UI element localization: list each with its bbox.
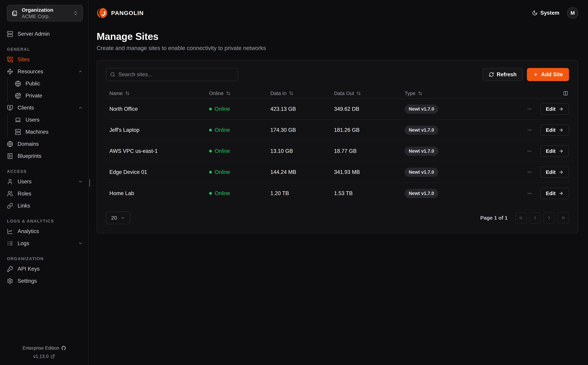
search-input[interactable] bbox=[106, 68, 238, 81]
table-row: North Office Online 423.13 GB 349.62 DB … bbox=[106, 99, 569, 120]
sidebar-item-blueprints[interactable]: Blueprints bbox=[7, 150, 83, 162]
theme-toggle-label: System bbox=[540, 10, 559, 16]
avatar-initial: M bbox=[571, 10, 575, 16]
sidebar-scrollbar-thumb[interactable] bbox=[89, 179, 90, 187]
sidebar-item-clients[interactable]: Clients bbox=[7, 102, 83, 114]
edition-line[interactable]: Enterprise Edition bbox=[0, 344, 88, 352]
sidebar-item-label: Domains bbox=[18, 141, 39, 147]
sidebar-item-label: Private bbox=[26, 93, 42, 99]
row-actions: Edit bbox=[526, 124, 569, 136]
sidebar-item-roles[interactable]: Roles bbox=[7, 188, 83, 200]
sort-icon bbox=[289, 91, 294, 96]
row-actions: Edit bbox=[526, 167, 569, 178]
sidebar-item-label: Machines bbox=[26, 129, 49, 135]
row-menu-button[interactable] bbox=[526, 168, 533, 176]
row-menu-button[interactable] bbox=[526, 105, 533, 113]
type-badge: Newt v1.7.0 bbox=[405, 126, 438, 135]
row-actions: Edit bbox=[526, 103, 569, 115]
page-size-value: 20 bbox=[111, 215, 117, 221]
theme-toggle[interactable]: System bbox=[532, 10, 559, 16]
table-body: North Office Online 423.13 GB 349.62 DB … bbox=[106, 99, 569, 204]
site-data-in: 174.30 GB bbox=[270, 127, 334, 133]
row-menu-button[interactable] bbox=[526, 126, 533, 134]
sidebar-item-analytics[interactable]: Analytics bbox=[7, 225, 83, 237]
edit-label: Edit bbox=[546, 148, 556, 154]
row-menu-button[interactable] bbox=[526, 190, 533, 197]
sidebar-item-sites[interactable]: Sites bbox=[7, 54, 83, 66]
column-header-data-out[interactable]: Data Out bbox=[334, 91, 405, 96]
search-icon bbox=[110, 72, 115, 77]
user-icon bbox=[7, 179, 13, 185]
moon-icon bbox=[532, 10, 538, 16]
type-badge: Newt v1.7.0 bbox=[405, 189, 438, 198]
status-label: Online bbox=[215, 169, 230, 175]
sidebar-item-client-users[interactable]: Users bbox=[15, 114, 83, 126]
section-title-access: ACCESS bbox=[7, 167, 83, 175]
sort-icon bbox=[357, 91, 361, 96]
site-status: Online bbox=[209, 148, 270, 154]
version-line[interactable]: v1.13.0 bbox=[0, 352, 88, 360]
first-page-button[interactable] bbox=[515, 212, 527, 224]
site-type: Newt v1.7.0 bbox=[405, 105, 526, 114]
status-label: Online bbox=[215, 148, 230, 154]
type-badge: Newt v1.7.0 bbox=[405, 168, 438, 177]
columns-toggle-button[interactable] bbox=[562, 90, 569, 97]
sidebar-item-server-admin[interactable]: Server Admin bbox=[7, 28, 83, 40]
site-type: Newt v1.7.0 bbox=[405, 168, 526, 177]
arrow-right-icon bbox=[559, 149, 563, 154]
sidebar-item-label: Blueprints bbox=[18, 153, 42, 159]
last-page-button[interactable] bbox=[558, 212, 569, 224]
arrow-right-icon bbox=[559, 107, 563, 112]
sidebar-item-public[interactable]: Public bbox=[15, 78, 83, 90]
sidebar-item-label: Clients bbox=[18, 105, 34, 111]
page-info: Page 1 of 1 bbox=[480, 215, 508, 221]
sidebar-footer: Enterprise Edition v1.13.0 bbox=[0, 344, 88, 360]
sidebar-item-settings[interactable]: Settings bbox=[7, 275, 83, 287]
next-page-button[interactable] bbox=[544, 212, 555, 224]
avatar[interactable]: M bbox=[567, 7, 578, 19]
ellipsis-icon bbox=[527, 128, 532, 133]
table-row: AWS VPC us-east-1 Online 13.10 GB 18.77 … bbox=[106, 141, 569, 162]
globe-lock-icon bbox=[15, 93, 21, 99]
sidebar-item-links[interactable]: Links bbox=[7, 200, 83, 212]
prev-page-button[interactable] bbox=[529, 212, 541, 224]
page-size-select[interactable]: 20 bbox=[106, 211, 130, 224]
refresh-button[interactable]: Refresh bbox=[483, 68, 523, 81]
gear-icon bbox=[7, 278, 13, 284]
sidebar-item-private[interactable]: Private bbox=[15, 90, 83, 102]
chevron-down-icon bbox=[78, 179, 83, 184]
sidebar-item-logs[interactable]: Logs bbox=[7, 237, 83, 249]
sidebar-item-label: Sites bbox=[18, 56, 29, 63]
ellipsis-icon bbox=[527, 191, 532, 196]
column-header-name[interactable]: Name bbox=[106, 91, 209, 96]
sidebar-item-label: Server Admin bbox=[18, 31, 50, 37]
sidebar-item-domains[interactable]: Domains bbox=[7, 138, 83, 150]
sort-icon bbox=[226, 91, 231, 96]
org-switcher[interactable]: Organization ACME Corp. bbox=[7, 5, 83, 21]
sidebar-item-label: Settings bbox=[18, 278, 37, 284]
brand[interactable]: PANGOLIN bbox=[97, 7, 144, 18]
edit-button[interactable]: Edit bbox=[540, 167, 569, 178]
table-row: Jeff's Laptop Online 174.30 GB 181.26 GB… bbox=[106, 120, 569, 141]
globe-icon bbox=[15, 81, 21, 87]
add-site-button[interactable]: Add Site bbox=[527, 68, 569, 81]
chevron-right-icon bbox=[546, 215, 552, 220]
column-header-type[interactable]: Type bbox=[405, 91, 562, 96]
logs-icon bbox=[7, 240, 13, 246]
sidebar-item-users[interactable]: Users bbox=[7, 175, 83, 188]
column-header-data-in[interactable]: Data In bbox=[270, 91, 334, 96]
brand-name: PANGOLIN bbox=[111, 10, 144, 16]
column-header-online[interactable]: Online bbox=[209, 91, 270, 96]
sidebar-item-resources[interactable]: Resources bbox=[7, 66, 83, 78]
site-data-in: 423.13 GB bbox=[270, 106, 334, 112]
edit-button[interactable]: Edit bbox=[540, 145, 569, 157]
sidebar-item-machines[interactable]: Machines bbox=[15, 126, 83, 138]
edit-button[interactable]: Edit bbox=[540, 124, 569, 136]
edit-button[interactable]: Edit bbox=[540, 188, 569, 199]
edit-button[interactable]: Edit bbox=[540, 103, 569, 115]
sidebar-item-label: Logs bbox=[18, 240, 29, 246]
sidebar-item-api-keys[interactable]: API Keys bbox=[7, 263, 83, 275]
row-menu-button[interactable] bbox=[526, 147, 533, 155]
chevrons-up-down-icon bbox=[73, 11, 78, 15]
topbar-right: System M bbox=[532, 7, 578, 19]
